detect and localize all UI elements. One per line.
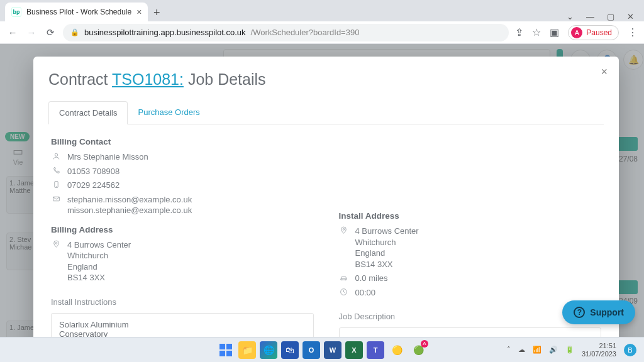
svg-rect-3	[53, 197, 59, 201]
favicon: bp	[11, 7, 21, 17]
profile-chip[interactable]: A Paused	[568, 25, 619, 40]
install-instructions-heading: Install Instructions	[51, 297, 314, 307]
close-tab-icon[interactable]: ×	[136, 7, 142, 17]
right-column: Install Address 4 Burrows Center Whitchu…	[339, 133, 602, 362]
new-tab-button[interactable]: +	[148, 4, 165, 21]
volume-icon[interactable]: 🔊	[549, 346, 558, 354]
mobile-icon	[51, 180, 61, 189]
battery-icon[interactable]: 🔋	[565, 346, 574, 354]
forward-button[interactable]: →	[25, 27, 38, 38]
contact-name-row: Mrs Stephanie Misson	[51, 151, 314, 163]
billing-address: 4 Burrows Center Whitchurch England BS14…	[67, 239, 131, 283]
support-label: Support	[590, 307, 624, 317]
install-miles-row: 0.0 miles	[339, 273, 602, 284]
close-icon[interactable]: ✕	[627, 12, 634, 21]
modal-title: Contract TSO1081: Job Details	[48, 70, 604, 89]
url-field[interactable]: 🔒 businesspilottraining.app.businesspilo…	[63, 24, 509, 41]
url-path: /WorkScheduler?boardId=390	[251, 28, 360, 37]
system-tray: ˄ ☁ 📶 🔊 🔋 21:51 31/07/2023 B	[507, 342, 644, 358]
pin-icon	[339, 226, 349, 234]
clock-time: 21:51	[582, 342, 616, 350]
url-host: businesspilottraining.app.businesspilot.…	[84, 28, 246, 37]
tab-strip: bp Business Pilot - Work Schedule × + ⌄ …	[0, 0, 644, 21]
billing-address-row: 4 Burrows Center Whitchurch England BS14…	[51, 239, 314, 283]
svg-point-5	[343, 229, 345, 231]
contact-phone-row: 01053 708908	[51, 166, 314, 177]
user-badge[interactable]: B	[624, 344, 636, 356]
contact-mobile: 07029 224562	[67, 180, 119, 191]
panel-icon[interactable]: ▣	[550, 26, 559, 38]
billing-address-heading: Billing Address	[51, 225, 314, 234]
teams-icon[interactable]: T	[367, 341, 384, 359]
support-icon: ?	[574, 307, 585, 318]
browser-tab[interactable]: bp Business Pilot - Work Schedule ×	[5, 3, 148, 21]
tab-purchase-orders[interactable]: Purchase Orders	[128, 101, 209, 124]
contract-id-link[interactable]: TSO1081:	[112, 70, 184, 88]
contact-email-row: stephanie.misson@example.co.uk misson.st…	[51, 194, 314, 216]
title-suffix: Job Details	[184, 70, 266, 88]
mail-icon	[51, 195, 61, 203]
tab-contract-details[interactable]: Contract Details	[48, 101, 128, 124]
taskbar-center: 📁 🌐 🛍 O W X T 🟡 🟢A	[217, 341, 427, 359]
modal-tabs: Contract Details Purchase Orders	[48, 101, 604, 124]
explorer-icon[interactable]: 📁	[238, 341, 256, 359]
avatar: A	[571, 27, 582, 38]
chevron-down-icon[interactable]: ⌄	[567, 12, 574, 21]
clock-date: 31/07/2023	[582, 350, 616, 358]
browser-window: bp Business Pilot - Work Schedule × + ⌄ …	[0, 0, 644, 362]
word-icon[interactable]: W	[324, 341, 341, 359]
window-controls: ⌄ — ▢ ✕	[567, 12, 639, 21]
person-icon	[51, 152, 61, 160]
contact-phone: 01053 708908	[67, 166, 119, 177]
minimize-icon[interactable]: —	[586, 12, 594, 21]
svg-point-0	[55, 153, 57, 156]
support-button[interactable]: ? Support	[562, 300, 635, 324]
chrome-active-icon[interactable]: 🟢A	[409, 341, 427, 359]
contact-email-2: misson.stephanie@example.co.uk	[67, 206, 192, 215]
avatar-badge: A	[421, 340, 428, 348]
billing-contact-heading: Billing Contact	[51, 137, 314, 146]
store-icon[interactable]: 🛍	[281, 341, 299, 359]
install-miles: 0.0 miles	[355, 273, 388, 284]
install-time-row: 00:00	[339, 287, 602, 299]
lock-icon: 🔒	[70, 28, 79, 36]
back-button[interactable]: ←	[6, 27, 19, 38]
maximize-icon[interactable]: ▢	[607, 12, 614, 21]
excel-icon[interactable]: X	[345, 341, 363, 359]
contact-emails: stephanie.misson@example.co.uk misson.st…	[67, 194, 192, 216]
page-viewport: ≡ Type to search ⌕ ? 👤 🔔 NEW ▭ Vie 2023 …	[0, 44, 644, 362]
contact-mobile-row: 07029 224562	[51, 180, 314, 191]
contact-name: Mrs Stephanie Misson	[67, 151, 148, 163]
tray-chevron-icon[interactable]: ˄	[507, 346, 511, 354]
onedrive-icon[interactable]: ☁	[518, 346, 525, 354]
job-details-modal: × Contract TSO1081: Job Details Contract…	[33, 57, 619, 362]
clock-icon	[339, 288, 349, 296]
install-address-row: 4 Burrows Center Whitchurch England BS14…	[339, 226, 602, 270]
toolbar-right: ⇪ ☆ ▣ A Paused ⋮	[515, 25, 638, 40]
outlook-icon[interactable]: O	[303, 341, 320, 359]
profile-state: Paused	[586, 28, 612, 37]
start-button[interactable]	[217, 341, 235, 359]
details-panel: Billing Contact Mrs Stephanie Misson 010…	[48, 124, 604, 362]
pin-icon	[51, 240, 61, 248]
reload-button[interactable]: ⟳	[44, 27, 57, 38]
taskbar: 📁 🌐 🛍 O W X T 🟡 🟢A ˄ ☁ 📶 🔊 🔋 21:51 31/07…	[0, 337, 644, 362]
car-icon	[339, 273, 349, 282]
install-time: 00:00	[355, 287, 376, 299]
install-address-heading: Install Address	[339, 211, 602, 221]
star-icon[interactable]: ☆	[532, 26, 541, 38]
install-address: 4 Burrows Center Whitchurch England BS14…	[355, 226, 419, 270]
chrome-icon[interactable]: 🟡	[388, 341, 406, 359]
title-prefix: Contract	[48, 70, 112, 88]
contact-email-1: stephanie.misson@example.co.uk	[67, 195, 192, 204]
address-bar: ← → ⟳ 🔒 businesspilottraining.app.busine…	[0, 21, 644, 44]
share-icon[interactable]: ⇪	[515, 26, 523, 38]
modal-close-button[interactable]: ×	[601, 65, 608, 79]
edge-icon[interactable]: 🌐	[260, 341, 277, 359]
wifi-icon[interactable]: 📶	[533, 346, 541, 354]
clock[interactable]: 21:51 31/07/2023	[582, 342, 616, 358]
tab-title: Business Pilot - Work Schedule	[26, 8, 131, 16]
phone-icon	[51, 167, 61, 175]
kebab-icon[interactable]: ⋮	[628, 26, 638, 38]
svg-point-4	[55, 242, 57, 244]
